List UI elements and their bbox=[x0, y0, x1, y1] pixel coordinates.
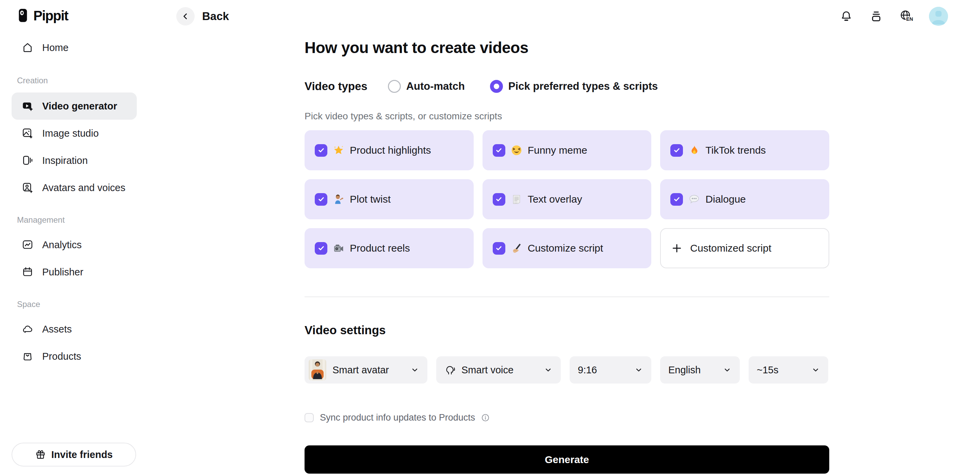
generate-button[interactable]: Generate bbox=[305, 446, 829, 474]
radio-unselected-icon bbox=[388, 80, 401, 93]
dropdown-value: English bbox=[668, 365, 701, 376]
fire-emoji bbox=[688, 144, 700, 156]
card-dialogue[interactable]: Dialogue bbox=[660, 179, 829, 219]
sidebar: Pippit Home Creation Video generator Ima… bbox=[0, 0, 147, 476]
card-funny-meme[interactable]: Funny meme bbox=[482, 130, 652, 170]
image-studio-icon bbox=[22, 127, 33, 139]
sidebar-item-home[interactable]: Home bbox=[11, 34, 137, 61]
sidebar-item-label: Image studio bbox=[42, 128, 99, 139]
card-tiktok-trends[interactable]: TikTok trends bbox=[660, 130, 829, 170]
sidebar-item-video-generator[interactable]: Video generator bbox=[11, 92, 137, 120]
video-type-cards: Product highlights Funny meme TikTok tre… bbox=[305, 130, 829, 268]
dropdown-value: Smart voice bbox=[461, 365, 514, 376]
back-button[interactable]: Back bbox=[176, 7, 229, 25]
card-label: Customize script bbox=[528, 243, 603, 254]
back-label: Back bbox=[202, 10, 229, 23]
video-generator-icon bbox=[22, 100, 33, 112]
card-label: Plot twist bbox=[350, 194, 391, 205]
globe-language-icon[interactable]: EN bbox=[899, 9, 913, 24]
sidebar-item-label: Inspiration bbox=[42, 155, 88, 166]
card-label: Funny meme bbox=[528, 144, 587, 156]
card-label: Customized script bbox=[690, 243, 771, 254]
info-icon[interactable] bbox=[481, 413, 490, 422]
card-product-highlights[interactable]: Product highlights bbox=[305, 130, 474, 170]
video-types-row: Video types Auto-match Pick preferred ty… bbox=[305, 78, 829, 95]
smart-voice-dropdown[interactable]: Smart voice bbox=[436, 356, 561, 384]
duration-dropdown[interactable]: ~15s bbox=[749, 356, 828, 384]
sidebar-item-avatars-voices[interactable]: Avatars and voices bbox=[11, 174, 137, 201]
inspiration-icon bbox=[22, 155, 33, 166]
sidebar-item-label: Home bbox=[42, 42, 68, 53]
checkbox-checked-icon bbox=[315, 242, 327, 255]
card-text-overlay[interactable]: Text overlay bbox=[482, 179, 652, 219]
checkbox-checked-icon bbox=[670, 193, 683, 206]
radio-auto-match[interactable]: Auto-match bbox=[388, 80, 465, 93]
app-window: Pippit Home Creation Video generator Ima… bbox=[0, 0, 980, 476]
chevron-down-icon bbox=[544, 365, 553, 374]
radio-label: Pick preferred types & scripts bbox=[508, 80, 658, 92]
card-label: Dialogue bbox=[705, 194, 746, 205]
page-with-curl-emoji bbox=[511, 194, 522, 205]
workspace-stack-icon[interactable] bbox=[869, 9, 883, 24]
checkbox-checked-icon bbox=[670, 144, 683, 157]
avatars-voices-icon bbox=[22, 182, 33, 194]
chevron-down-icon bbox=[723, 365, 732, 374]
language-code: EN bbox=[906, 16, 913, 22]
radio-selected-icon bbox=[490, 80, 503, 93]
sidebar-item-label: Assets bbox=[42, 324, 72, 335]
video-settings-heading: Video settings bbox=[305, 323, 829, 337]
section-divider bbox=[305, 297, 829, 297]
sidebar-item-analytics[interactable]: Analytics bbox=[11, 231, 137, 259]
user-avatar[interactable] bbox=[929, 7, 948, 26]
dropdown-value: 9:16 bbox=[578, 365, 597, 376]
card-plot-twist[interactable]: Plot twist bbox=[305, 179, 474, 219]
glowing-star-emoji bbox=[333, 144, 344, 156]
chevron-down-icon bbox=[634, 365, 643, 374]
sidebar-item-label: Analytics bbox=[42, 240, 82, 251]
card-label: Product highlights bbox=[350, 144, 431, 156]
notification-bell-icon[interactable] bbox=[839, 9, 853, 24]
assets-cloud-icon bbox=[22, 323, 33, 335]
gift-icon bbox=[35, 449, 46, 460]
sidebar-item-image-studio[interactable]: Image studio bbox=[11, 120, 137, 147]
sidebar-item-products[interactable]: Products bbox=[11, 343, 137, 370]
publisher-calendar-icon bbox=[22, 266, 33, 278]
card-product-reels[interactable]: Product reels bbox=[305, 228, 474, 268]
sidebar-item-assets[interactable]: Assets bbox=[11, 316, 137, 343]
content-column: How you want to create videos Video type… bbox=[305, 38, 829, 474]
sidebar-item-publisher[interactable]: Publisher bbox=[11, 259, 137, 286]
writing-hand-emoji bbox=[511, 243, 522, 254]
speaking-head-icon bbox=[444, 364, 456, 376]
avatar-thumbnail bbox=[309, 359, 326, 381]
pick-types-subtitle: Pick video types & scripts, or customize… bbox=[305, 111, 829, 122]
add-customized-script-card[interactable]: Customized script bbox=[660, 228, 829, 268]
language-dropdown[interactable]: English bbox=[660, 356, 740, 384]
person-tipping-hand-emoji bbox=[333, 194, 344, 205]
aspect-ratio-dropdown[interactable]: 9:16 bbox=[570, 356, 651, 384]
radio-label: Auto-match bbox=[406, 80, 465, 92]
checkbox-checked-icon bbox=[493, 193, 505, 206]
smart-avatar-dropdown[interactable]: Smart avatar bbox=[305, 356, 427, 384]
video-camera-emoji bbox=[333, 243, 344, 254]
sidebar-item-inspiration[interactable]: Inspiration bbox=[11, 147, 137, 174]
card-label: Text overlay bbox=[528, 194, 582, 205]
chevron-left-icon bbox=[176, 7, 195, 25]
sidebar-section-management: Management bbox=[11, 215, 137, 225]
main-area: Back EN How you want to create videos bbox=[147, 0, 980, 476]
card-customize-script[interactable]: Customize script bbox=[482, 228, 652, 268]
video-settings-controls: Smart avatar Smart voice 9:16 English bbox=[305, 356, 829, 384]
sync-checkbox-unchecked[interactable] bbox=[305, 413, 314, 422]
sync-label: Sync product info updates to Products bbox=[320, 413, 475, 423]
dropdown-value: ~15s bbox=[757, 365, 778, 376]
dropdown-value: Smart avatar bbox=[332, 365, 389, 376]
invite-friends-button[interactable]: Invite friends bbox=[11, 443, 136, 466]
brand-name: Pippit bbox=[33, 8, 68, 24]
card-label: TikTok trends bbox=[705, 144, 765, 156]
radio-pick-preferred[interactable]: Pick preferred types & scripts bbox=[490, 80, 658, 93]
video-types-label: Video types bbox=[305, 80, 368, 93]
plus-icon bbox=[671, 243, 682, 254]
home-icon bbox=[22, 42, 33, 53]
header-actions: EN bbox=[839, 7, 948, 26]
top-bar: Back EN bbox=[147, 0, 980, 33]
checkbox-checked-icon bbox=[315, 193, 327, 206]
